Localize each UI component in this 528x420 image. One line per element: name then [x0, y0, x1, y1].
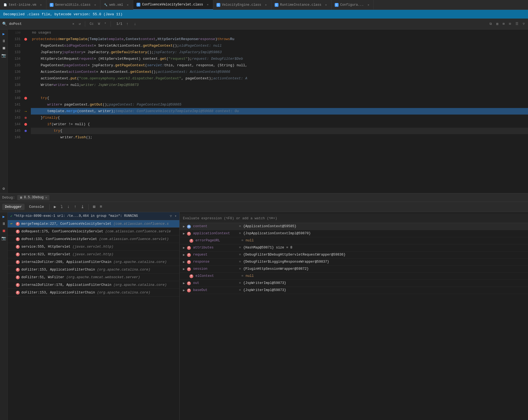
chevron-icon[interactable]: ▶: [183, 267, 185, 271]
tab-close-btn[interactable]: ✕: [264, 3, 268, 7]
console-tab[interactable]: Console: [26, 204, 47, 210]
stop-icon[interactable]: ⏹: [2, 46, 6, 50]
var-row-errorPageURL[interactable]: f errorPageURL = null: [180, 237, 528, 244]
threads-btn[interactable]: ≡: [98, 204, 103, 210]
tab-general-utils[interactable]: C GeneralUtils.class ✕: [46, 0, 101, 10]
tab-velocity-engine[interactable]: C VelocityEngine.class ✕: [213, 0, 271, 10]
code-text: Writer: [41, 82, 54, 88]
code-content[interactable]: no usages protected void mergeTemplate (…: [29, 29, 528, 193]
frames-table-btn[interactable]: ⊞: [91, 204, 97, 210]
stack-frame-7[interactable]: F doFilter:51, WsFilter (org.apache.tomc…: [8, 274, 179, 281]
split-vertical-btn[interactable]: ⧉: [488, 22, 493, 26]
code-line-136: ActionContext actionContext = ActionCont…: [31, 69, 528, 75]
filter-btn[interactable]: ▽: [522, 21, 526, 26]
tab-text-inline[interactable]: 📄 text-inline.vm ✕: [0, 0, 46, 10]
stack-frame-5[interactable]: F internalDoFilter:209, ApplicationFilte…: [8, 258, 179, 266]
tab-label: Configura...: [340, 3, 364, 7]
breakpoint-143[interactable]: [23, 115, 29, 121]
stack-frame-8[interactable]: F internalDoFilter:178, ApplicationFilte…: [8, 281, 179, 289]
layout-btn[interactable]: ☰: [514, 21, 520, 26]
breakpoint-140[interactable]: [23, 95, 29, 101]
debug-session-tab[interactable]: 🖥 8.5.3Debug ✕: [17, 195, 49, 200]
refresh-search-btn[interactable]: ↺: [78, 21, 82, 26]
tab-confluence-velocity[interactable]: C ConfluenceVelocityServlet.class ✕: [133, 0, 213, 10]
code-text: ();: [147, 49, 153, 56]
var-row-out[interactable]: ▶ f out = {JspWriterImpl@59873}: [180, 280, 528, 287]
resume-side-icon[interactable]: ▶: [2, 214, 5, 219]
chevron-icon[interactable]: ▶: [183, 260, 185, 264]
tab-configurable[interactable]: C Configura... ✕: [331, 0, 374, 10]
debugger-tab[interactable]: Debugger: [2, 204, 25, 210]
code-editor[interactable]: 130 131 132 133 134 135 136 137 138 139 …: [8, 29, 528, 193]
prev-result-btn[interactable]: ↑: [124, 21, 130, 27]
stack-frame-6[interactable]: F doFilter:153, ApplicationFilterChain (…: [8, 266, 179, 274]
var-row-session[interactable]: ▶ f session = {PluginHttpSessionWrapper@…: [180, 266, 528, 273]
breakpoint-144[interactable]: [23, 121, 29, 128]
stack-frame-9[interactable]: F doFilter:153, ApplicationFilterChain (…: [8, 289, 179, 296]
chevron-icon[interactable]: ▶: [183, 246, 185, 250]
filter-icon[interactable]: ▽: [170, 214, 172, 218]
word-btn[interactable]: W: [97, 22, 101, 26]
tab-web-xml[interactable]: 🔧 web.xml ✕: [100, 0, 133, 10]
frame-package: (javax.servlet.http): [73, 245, 114, 249]
chevron-icon[interactable]: ▶: [183, 281, 185, 285]
breakpoint-145[interactable]: [23, 128, 29, 134]
code-punct: ,: [156, 36, 158, 43]
var-row-response[interactable]: ▶ f response = {DebugFilter$LoggingRespo…: [180, 259, 528, 266]
breakpoint-131[interactable]: [23, 36, 29, 43]
toggle-rows-btn[interactable]: ⊟: [508, 21, 512, 26]
stack-frame-4[interactable]: F service:623, HttpServlet (javax.servle…: [8, 251, 179, 258]
tab-close-btn[interactable]: ✕: [324, 3, 328, 7]
debug-bar: Debug: 🖥 8.5.3Debug ✕: [0, 193, 528, 202]
step-out-btn[interactable]: ↑: [73, 204, 78, 210]
stack-frame-3[interactable]: F service:555, HttpServlet (javax.servle…: [8, 243, 179, 251]
regex-btn[interactable]: *: [103, 22, 107, 26]
chevron-icon[interactable]: ▶: [183, 253, 185, 257]
search-input[interactable]: [9, 22, 69, 26]
tab-close-btn[interactable]: ✕: [366, 3, 370, 7]
stack-frame-1[interactable]: F doRequest:175, ConfluenceVelocityServl…: [8, 228, 179, 235]
var-row-request[interactable]: ▶ f request = {DebugFilter$DebugHttpServ…: [180, 251, 528, 259]
resume-btn[interactable]: ▶: [52, 204, 58, 210]
code-line-131: protected void mergeTemplate ( Template …: [31, 36, 528, 43]
tab-runtime-instance[interactable]: C RuntimeInstance.class ✕: [271, 0, 331, 10]
var-name-text: response: [193, 260, 237, 264]
pause-side-icon[interactable]: ⏸: [2, 222, 6, 226]
tab-close-btn[interactable]: ✕: [206, 3, 210, 7]
var-row-applicationContext[interactable]: ▶ f applicationContext = {JspApplication…: [180, 230, 528, 237]
play-icon[interactable]: ▶: [2, 32, 5, 36]
clear-search-btn[interactable]: ✕: [71, 21, 75, 26]
var-row-baseOut[interactable]: ▶ f baseOut = {JspWriterImpl@59873}: [180, 287, 528, 294]
camera-icon[interactable]: 📷: [1, 53, 6, 58]
toggle-columns-btn[interactable]: ⊞: [502, 21, 506, 26]
pause-icon[interactable]: ⏸: [2, 39, 6, 43]
case-sensitive-btn[interactable]: Cc: [88, 22, 94, 26]
stack-frame-2[interactable]: F doPost:133, ConfluenceVelocityServlet …: [8, 235, 179, 243]
next-result-btn[interactable]: ↓: [132, 21, 138, 27]
tab-close-btn[interactable]: ✕: [126, 3, 130, 7]
var-row-elContext[interactable]: f elContext = null: [180, 273, 528, 280]
split-horizontal-btn[interactable]: ▤: [495, 21, 499, 26]
chevron-icon[interactable]: ▶: [183, 288, 185, 292]
var-row-attributes[interactable]: ▶ f attributes = {HashMap@59871} size = …: [180, 244, 528, 251]
eval-bar[interactable]: Evaluate expression (⌥F8) or add a watch…: [180, 213, 528, 223]
line-number: 133: [10, 49, 20, 56]
stack-frame-0[interactable]: ↩ F mergeTemplate:227, ConfluenceVelocit…: [8, 220, 179, 228]
close-session-btn[interactable]: ✕: [45, 196, 47, 200]
vars-panel: Evaluate expression (⌥F8) or add a watch…: [180, 212, 528, 420]
tab-close-btn[interactable]: ✕: [39, 3, 43, 7]
step-over-btn[interactable]: ⤵: [59, 204, 64, 210]
tab-close-btn[interactable]: ✕: [93, 3, 97, 7]
chevron-icon[interactable]: ▶: [183, 232, 185, 236]
step-into-btn[interactable]: ↓: [66, 204, 71, 210]
code-text: PageContext: [41, 62, 64, 69]
chevron-icon[interactable]: ▶: [183, 224, 185, 229]
var-row-content[interactable]: ▶ e content = {ApplicationContext@59585}: [180, 223, 528, 230]
stop-side-icon[interactable]: ⏹: [2, 229, 6, 233]
search-divider2: [111, 21, 111, 27]
camera-side-icon[interactable]: 📷: [1, 236, 6, 241]
settings-icon[interactable]: ⚙: [2, 186, 5, 191]
thread-filter-row[interactable]: ✓ "http-nio-8090-exec-1 url: /te...9,464…: [8, 212, 179, 220]
run-to-cursor-btn[interactable]: ⤓: [79, 204, 86, 210]
dropdown-icon[interactable]: ▾: [174, 214, 177, 218]
